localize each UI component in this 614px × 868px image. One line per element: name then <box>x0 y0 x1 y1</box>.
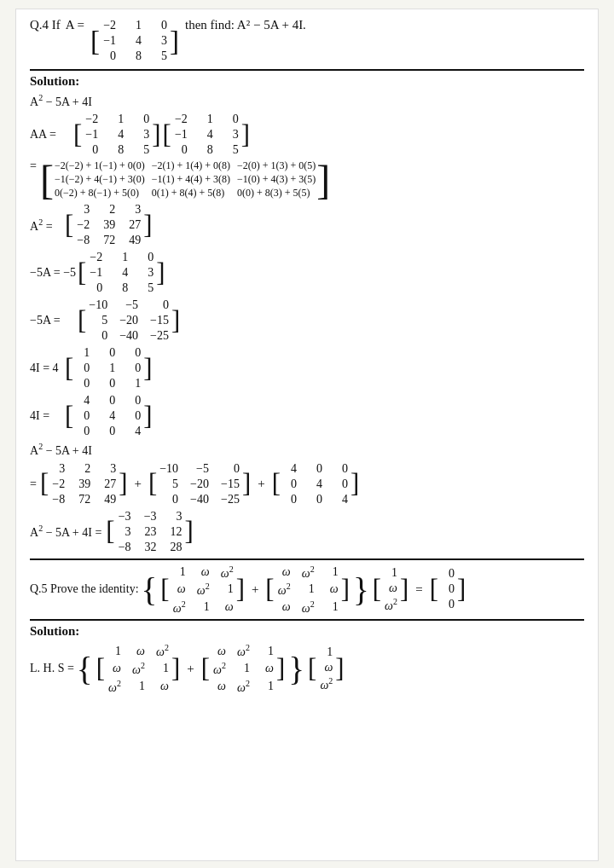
bracket-left: [ <box>90 27 100 55</box>
neg5A-eq1-row: −5A = −5 [ −210 −143 085 ] <box>30 250 584 296</box>
q4-A-matrix: [ −2 1 0 −1 4 3 0 8 5 ] <box>90 18 179 64</box>
q5-header: Q.5 Prove the identity: { [ 1ωω2 ωω21 ω2… <box>30 564 584 616</box>
divider-sol5 <box>30 619 584 621</box>
neg5A-result-row: −5A = [ −10−50 5−20−15 0−40−25 ] <box>30 298 584 344</box>
4I-result-row: 4I = [ 400 040 004 ] <box>30 393 584 439</box>
divider-q4 <box>30 69 584 71</box>
title-line: A2 − 5A + 4I <box>30 92 584 110</box>
4I-eq1-row: 4I = 4 [ 100 010 001 ] <box>30 345 584 391</box>
matrix-grid: −2 1 0 −1 4 3 0 8 5 <box>101 18 169 64</box>
q5-label: Q.5 Prove the identity: <box>30 582 139 596</box>
result-title: A2 − 5A + 4I <box>30 441 584 459</box>
AA-label: AA = <box>30 128 72 142</box>
solution-label-q5: Solution: <box>30 624 584 639</box>
lhs-label: L. H. S = <box>30 662 74 675</box>
bracket-right: ] <box>170 27 179 55</box>
q4-A-label: A = <box>66 18 84 32</box>
A2-row: A2 = [ 323 −23927 −87249 ] <box>30 202 584 248</box>
AA-m2: [ −210 −143 085 ] <box>163 112 251 158</box>
computation-block: = [ −2(−2) + 1(−1) + 0(0)−2(1) + 1(4) + … <box>30 159 584 200</box>
divider-q5 <box>30 558 584 560</box>
AA-equation: AA = [ −210 −143 085 ] [ −210 −143 085 ] <box>30 112 584 158</box>
final-row: A2 − 5A + 4I = [ −3−33 32312 −83228 ] <box>30 509 584 555</box>
page: Q.4 If A = [ −2 1 0 −1 4 3 0 8 5 ] then … <box>15 9 599 861</box>
sum-row: = [ 323 −23927 −87249 ] + [ −10−50 5−20−… <box>30 461 584 507</box>
A2-label: A2 = <box>30 217 64 234</box>
q4-task: then find: A² − 5A + 4I. <box>185 18 306 32</box>
AA-m1: [ −210 −143 085 ] <box>73 112 161 158</box>
lhs-row: L. H. S = { [ 1ωω2 ωω21 ω21ω ] + [ ωω21 … <box>30 642 584 695</box>
solution-label-q4: Solution: <box>30 74 584 89</box>
q4-label: Q.4 If <box>30 18 61 32</box>
q4-header: Q.4 If A = [ −2 1 0 −1 4 3 0 8 5 ] then … <box>30 18 584 64</box>
